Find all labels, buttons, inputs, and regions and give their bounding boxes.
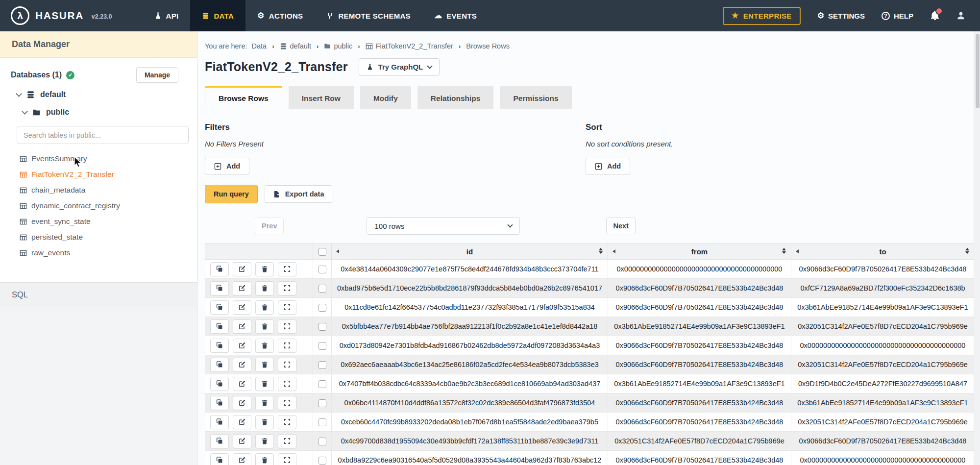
sidebar-item-schema-public[interactable]: public	[0, 103, 197, 121]
sidebar-item-sql[interactable]: SQL	[0, 282, 197, 307]
delete-row-button[interactable]	[255, 358, 274, 372]
nav-item-actions[interactable]: ⚙ACTIONS	[245, 0, 315, 31]
hasura-logo[interactable]: λ HASURA v2.23.0	[0, 0, 122, 31]
tab-modify[interactable]: Modify	[360, 86, 411, 109]
expand-row-button[interactable]	[278, 262, 296, 276]
row-checkbox[interactable]	[318, 380, 326, 388]
sidebar-item-table-eventssummary[interactable]: EventsSummary	[20, 151, 197, 167]
select-all-checkbox[interactable]	[318, 248, 326, 256]
edit-row-button[interactable]	[233, 415, 251, 429]
copy-row-button[interactable]	[210, 377, 229, 391]
tab-browse-rows[interactable]: Browse Rows	[205, 86, 282, 109]
delete-row-button[interactable]	[255, 434, 274, 448]
export-data-button[interactable]: Export data	[265, 185, 333, 203]
sort-column-icon[interactable]	[965, 248, 969, 254]
delete-row-button[interactable]	[255, 262, 274, 276]
edit-row-button[interactable]	[233, 434, 251, 448]
copy-row-button[interactable]	[210, 262, 229, 276]
collapse-column-icon[interactable]	[796, 249, 799, 253]
copy-row-button[interactable]	[210, 453, 229, 465]
edit-row-button[interactable]	[233, 262, 251, 276]
sort-column-icon[interactable]	[599, 248, 603, 254]
copy-row-button[interactable]	[210, 415, 229, 429]
try-graphql-button[interactable]: Try GraphQL	[359, 58, 440, 75]
row-checkbox[interactable]	[318, 285, 326, 293]
sort-column-icon[interactable]	[782, 248, 786, 254]
search-tables-input[interactable]	[17, 126, 189, 144]
edit-row-button[interactable]	[233, 300, 251, 315]
row-checkbox[interactable]	[318, 323, 326, 331]
run-query-button[interactable]: Run query	[205, 185, 258, 203]
prev-page-button[interactable]: Prev	[255, 218, 284, 234]
copy-row-button[interactable]	[210, 434, 229, 448]
expand-row-button[interactable]	[278, 377, 296, 391]
nav-item-remote-schemas[interactable]: REMOTE SCHEMAS	[315, 0, 422, 31]
row-checkbox[interactable]	[318, 399, 326, 407]
scrollbar-thumb[interactable]	[976, 34, 980, 108]
sidebar-item-table-chain-metadata[interactable]: chain_metadata	[20, 182, 197, 198]
breadcrumb-item-data[interactable]: Data	[252, 42, 267, 50]
tab-permissions[interactable]: Permissions	[500, 86, 571, 109]
delete-row-button[interactable]	[255, 415, 274, 429]
next-page-button[interactable]: Next	[606, 218, 635, 234]
copy-row-button[interactable]	[210, 319, 229, 334]
row-checkbox[interactable]	[318, 342, 326, 350]
delete-row-button[interactable]	[255, 319, 274, 334]
expand-row-button[interactable]	[278, 281, 296, 295]
edit-row-button[interactable]	[233, 319, 251, 334]
edit-row-button[interactable]	[233, 281, 251, 295]
copy-row-button[interactable]	[210, 300, 229, 315]
expand-row-button[interactable]	[278, 319, 296, 334]
edit-row-button[interactable]	[233, 396, 251, 410]
expand-row-button[interactable]	[278, 358, 296, 372]
breadcrumb-item-public[interactable]: public	[324, 42, 352, 50]
breadcrumb-item-fiattokenv2-2-transfer[interactable]: FiatTokenV2_2_Transfer	[366, 42, 453, 50]
edit-row-button[interactable]	[233, 339, 251, 353]
copy-row-button[interactable]	[210, 281, 229, 295]
user-menu-button[interactable]	[956, 11, 965, 20]
sidebar-item-database-default[interactable]: default	[0, 86, 197, 103]
row-checkbox[interactable]	[318, 418, 326, 426]
tab-relationships[interactable]: Relationships	[417, 86, 494, 109]
tab-insert-row[interactable]: Insert Row	[289, 86, 354, 109]
row-checkbox[interactable]	[318, 457, 326, 465]
sidebar-item-table-event-sync-state[interactable]: event_sync_state	[20, 214, 197, 229]
copy-row-button[interactable]	[210, 339, 229, 353]
manage-button[interactable]: Manage	[136, 67, 178, 83]
column-header-id[interactable]: id	[332, 244, 608, 260]
expand-row-button[interactable]	[278, 453, 296, 465]
copy-row-button[interactable]	[210, 396, 229, 410]
sidebar-item-table-fiattokenv2-2-transfer[interactable]: FiatTokenV2_2_Transfer	[20, 167, 197, 182]
edit-row-button[interactable]	[233, 377, 251, 391]
notifications-button[interactable]	[930, 11, 940, 21]
add-filter-button[interactable]: Add	[205, 158, 249, 174]
column-header-to[interactable]: to	[791, 244, 975, 260]
help-button[interactable]: ? HELP	[882, 12, 913, 20]
collapse-column-icon[interactable]	[336, 249, 339, 253]
expand-row-button[interactable]	[278, 339, 296, 353]
expand-row-button[interactable]	[278, 434, 296, 448]
add-sort-button[interactable]: Add	[586, 158, 630, 174]
edit-row-button[interactable]	[233, 358, 251, 372]
breadcrumb-item-browse-rows[interactable]: Browse Rows	[466, 42, 510, 50]
delete-row-button[interactable]	[255, 300, 274, 315]
expand-row-button[interactable]	[278, 396, 296, 410]
delete-row-button[interactable]	[255, 453, 274, 465]
sidebar-item-table-dynamic-contract-registry[interactable]: dynamic_contract_registry	[20, 198, 197, 214]
sidebar-item-table-persisted-state[interactable]: persisted_state	[20, 229, 197, 245]
edit-row-button[interactable]	[233, 453, 251, 465]
column-header-from[interactable]: from	[608, 244, 791, 260]
nav-item-events[interactable]: ☁EVENTS	[422, 0, 489, 31]
row-checkbox[interactable]	[318, 438, 326, 445]
copy-row-button[interactable]	[210, 358, 229, 372]
settings-button[interactable]: ⚙ SETTINGS	[817, 12, 865, 20]
delete-row-button[interactable]	[255, 396, 274, 410]
enterprise-button[interactable]: ★ ENTERPRISE	[723, 7, 801, 25]
nav-item-api[interactable]: API	[143, 0, 191, 31]
row-checkbox[interactable]	[318, 304, 326, 312]
rows-per-page-select[interactable]: 100 rows	[367, 217, 520, 235]
sidebar-item-table-raw-events[interactable]: raw_events	[20, 245, 197, 261]
expand-row-button[interactable]	[278, 415, 296, 429]
collapse-column-icon[interactable]	[612, 249, 615, 253]
delete-row-button[interactable]	[255, 281, 274, 295]
